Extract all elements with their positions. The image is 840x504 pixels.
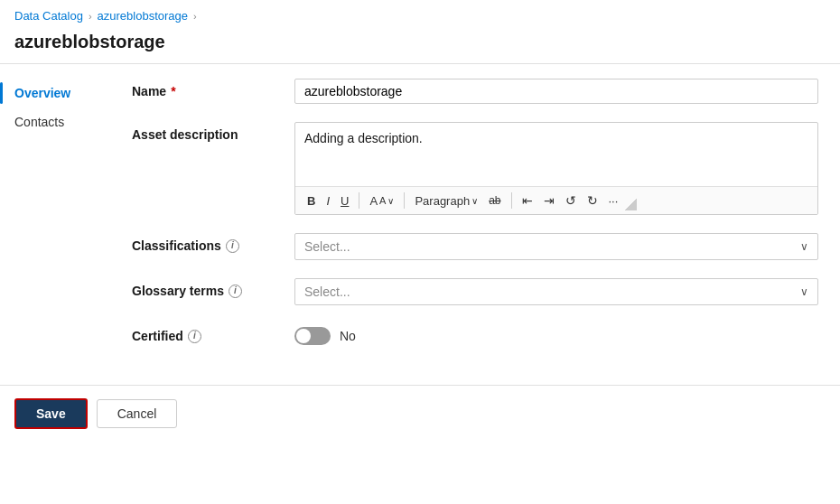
- glossary-terms-label: Glossary terms i: [132, 278, 294, 298]
- main-layout: Overview Contacts Name * Asset descripti…: [0, 64, 840, 378]
- certified-info-icon: i: [188, 330, 201, 343]
- name-row: Name *: [132, 79, 818, 104]
- toolbar-bold-button[interactable]: B: [303, 191, 320, 210]
- glossary-terms-chevron-icon: ∨: [800, 285, 808, 298]
- form-content: Name * Asset description Adding a descri…: [117, 64, 840, 378]
- certified-status-label: No: [340, 329, 356, 343]
- save-button[interactable]: Save: [14, 398, 88, 429]
- name-input[interactable]: [294, 79, 818, 104]
- name-input-area: [294, 79, 818, 104]
- toolbar-font-size-button[interactable]: AA ∨: [365, 191, 398, 210]
- classifications-select[interactable]: Select... ∨: [294, 233, 818, 260]
- toolbar-strikethrough-button[interactable]: ab: [484, 191, 505, 210]
- certified-toggle-wrapper: No: [294, 323, 818, 345]
- breadcrumb: Data Catalog › azureblobstorage ›: [0, 0, 840, 28]
- toolbar-indent-left-button[interactable]: ⇤: [518, 191, 537, 210]
- certified-row: Certified i No: [132, 323, 818, 345]
- richtext-container: Adding a description. B I U AA ∨ Pa: [294, 122, 818, 215]
- breadcrumb-chevron-1: ›: [89, 11, 92, 22]
- cancel-button[interactable]: Cancel: [97, 399, 178, 428]
- sidebar: Overview Contacts: [0, 64, 117, 378]
- certified-toggle[interactable]: [294, 327, 331, 345]
- font-size-chevron: ∨: [387, 196, 394, 206]
- certified-toggle-knob: [296, 329, 311, 343]
- toolbar-more-button[interactable]: ···: [604, 191, 623, 210]
- toolbar-underline-button[interactable]: U: [336, 191, 353, 210]
- toolbar-sep-1: [359, 192, 359, 209]
- toolbar-undo-button[interactable]: ↺: [561, 191, 581, 210]
- richtext-content[interactable]: Adding a description.: [295, 123, 817, 186]
- footer-actions: Save Cancel: [0, 386, 840, 442]
- classifications-info-icon: i: [226, 239, 239, 253]
- richtext-toolbar: B I U AA ∨ Paragraph ∨: [295, 186, 817, 214]
- certified-input-area: No: [294, 323, 818, 345]
- glossary-terms-placeholder: Select...: [304, 285, 350, 299]
- toolbar-indent-right-button[interactable]: ⇥: [539, 191, 559, 210]
- name-label: Name *: [132, 79, 294, 98]
- asset-description-row: Asset description Adding a description. …: [132, 122, 818, 215]
- page-title: azureblobstorage: [0, 28, 840, 63]
- certified-label: Certified i: [132, 323, 294, 343]
- classifications-placeholder: Select...: [304, 239, 350, 254]
- breadcrumb-azureblobstorage[interactable]: azureblobstorage: [98, 9, 188, 23]
- classifications-input-area: Select... ∨: [294, 233, 818, 260]
- glossary-terms-select[interactable]: Select... ∨: [294, 278, 818, 305]
- asset-description-input-area: Adding a description. B I U AA ∨ Pa: [294, 122, 818, 215]
- glossary-terms-info-icon: i: [229, 285, 242, 298]
- paragraph-chevron: ∨: [471, 196, 478, 206]
- sidebar-item-contacts[interactable]: Contacts: [0, 107, 117, 136]
- toolbar-italic-button[interactable]: I: [322, 191, 334, 210]
- glossary-terms-input-area: Select... ∨: [294, 278, 818, 305]
- asset-description-label: Asset description: [132, 122, 294, 142]
- classifications-label: Classifications i: [132, 233, 294, 253]
- glossary-terms-row: Glossary terms i Select... ∨: [132, 278, 818, 305]
- classifications-row: Classifications i Select... ∨: [132, 233, 818, 260]
- breadcrumb-chevron-2: ›: [193, 11, 197, 22]
- toolbar-paragraph-button[interactable]: Paragraph ∨: [410, 191, 482, 210]
- sidebar-item-overview[interactable]: Overview: [0, 79, 117, 107]
- resize-handle[interactable]: [624, 198, 637, 210]
- classifications-chevron-icon: ∨: [800, 240, 808, 253]
- name-required: *: [171, 84, 175, 98]
- toolbar-sep-2: [404, 192, 405, 209]
- toolbar-sep-3: [511, 192, 512, 209]
- breadcrumb-data-catalog[interactable]: Data Catalog: [14, 9, 83, 23]
- toolbar-redo-button[interactable]: ↻: [583, 191, 602, 210]
